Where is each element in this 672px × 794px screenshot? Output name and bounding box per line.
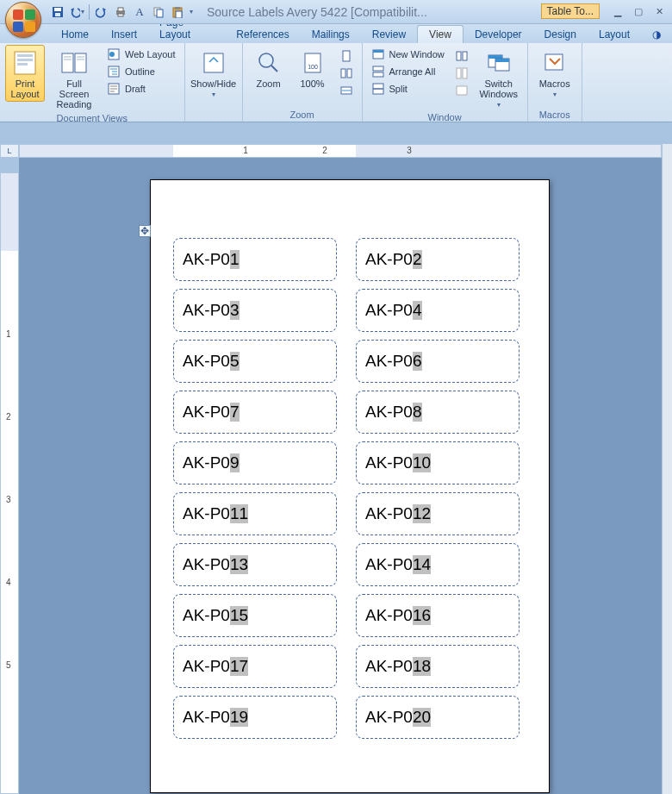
group-zoom: Zoom 100 100% Zoom — [243, 43, 363, 122]
save-icon[interactable] — [50, 4, 65, 20]
tab-insert[interactable]: Insert — [100, 26, 148, 43]
label-cell[interactable]: AK-P06 — [356, 340, 520, 383]
svg-rect-53 — [488, 55, 502, 59]
label-cell[interactable]: AK-P020 — [356, 696, 520, 739]
undo-icon[interactable]: ▾ — [69, 4, 84, 20]
contextual-tab-table-tools[interactable]: Table To... — [541, 3, 600, 19]
new-window-button[interactable]: New Window — [368, 47, 448, 62]
zoom-100-icon: 100 — [299, 49, 327, 77]
document-area[interactable]: ✥ AK-P01AK-P03AK-P05AK-P07AK-P09AK-P011A… — [19, 158, 662, 794]
side-by-side-icon — [455, 49, 469, 63]
svg-rect-42 — [373, 50, 383, 53]
label-cell[interactable]: AK-P011 — [173, 492, 337, 535]
label-cell[interactable]: AK-P03 — [173, 289, 337, 332]
label-cell[interactable]: AK-P07 — [173, 391, 337, 434]
ribbon-tabs: Home Insert Page Layout References Maili… — [0, 24, 672, 43]
tab-layout[interactable]: Layout — [588, 26, 641, 43]
macros-icon — [541, 49, 569, 77]
print-layout-button[interactable]: Print Layout — [5, 45, 45, 102]
arrange-all-button[interactable]: Arrange All — [368, 64, 448, 79]
vertical-ruler[interactable]: 1 2 3 4 5 — [0, 172, 19, 794]
svg-rect-44 — [373, 72, 383, 77]
view-side-by-side-button[interactable] — [451, 48, 472, 64]
horizontal-ruler[interactable]: 1 2 3 — [19, 144, 662, 158]
label-cell[interactable]: AK-P019 — [173, 696, 337, 739]
page[interactable]: ✥ AK-P01AK-P03AK-P05AK-P07AK-P09AK-P011A… — [150, 179, 550, 793]
two-pages-icon — [339, 66, 353, 80]
ruler-corner[interactable]: L — [0, 144, 19, 158]
show-hide-label: Show/Hide — [190, 78, 236, 89]
draft-button[interactable]: Draft — [103, 81, 179, 97]
label-cell[interactable]: AK-P010 — [356, 441, 520, 485]
svg-rect-31 — [204, 53, 223, 72]
label-cell[interactable]: AK-P05 — [173, 340, 337, 383]
label-cell[interactable]: AK-P04 — [356, 289, 520, 332]
web-layout-button[interactable]: Web Layout — [103, 47, 179, 62]
zoom-button[interactable]: Zoom — [248, 45, 289, 91]
label-cell[interactable]: AK-P08 — [356, 391, 520, 434]
redo-icon[interactable] — [94, 4, 109, 20]
table-move-handle-icon[interactable]: ✥ — [139, 225, 151, 237]
svg-rect-55 — [495, 59, 509, 62]
web-layout-icon — [107, 47, 121, 61]
label-cell[interactable]: AK-P014 — [356, 543, 520, 586]
label-cell[interactable]: AK-P017 — [173, 645, 337, 688]
svg-rect-7 — [157, 9, 163, 17]
two-pages-button[interactable] — [336, 66, 357, 81]
tab-mailings[interactable]: Mailings — [301, 26, 361, 43]
tab-home[interactable]: Home — [50, 26, 100, 43]
label-cell[interactable]: AK-P013 — [173, 543, 337, 586]
svg-rect-43 — [373, 66, 383, 71]
minimize-icon[interactable]: ▁ — [608, 3, 627, 19]
label-cell[interactable]: AK-P09 — [173, 441, 337, 485]
svg-rect-1 — [54, 8, 61, 11]
quickprint-icon[interactable] — [113, 4, 128, 20]
font-icon[interactable]: A — [132, 4, 147, 20]
reset-window-button[interactable] — [451, 83, 472, 98]
switch-windows-button[interactable]: Switch Windows ▾ — [476, 45, 522, 111]
svg-rect-12 — [17, 54, 33, 57]
restore-icon[interactable]: ▢ — [629, 3, 648, 19]
svg-point-22 — [109, 52, 115, 57]
outline-button[interactable]: Outline — [103, 64, 179, 79]
svg-text:100: 100 — [308, 64, 318, 70]
tab-design[interactable]: Design — [533, 26, 588, 43]
svg-rect-51 — [457, 86, 467, 95]
svg-rect-4 — [118, 8, 123, 11]
svg-rect-15 — [62, 53, 73, 72]
svg-rect-10 — [176, 11, 182, 18]
tab-developer[interactable]: Developer — [464, 26, 533, 43]
help-icon[interactable]: ◑ — [641, 26, 672, 43]
paste-icon[interactable] — [170, 4, 185, 20]
office-button[interactable] — [5, 2, 41, 38]
tab-review[interactable]: Review — [361, 26, 417, 43]
one-page-button[interactable] — [336, 48, 357, 64]
label-cell[interactable]: AK-P018 — [356, 645, 520, 688]
tab-view[interactable]: View — [417, 25, 464, 43]
full-screen-reading-button[interactable]: Full Screen Reading — [48, 45, 100, 112]
label-cell[interactable]: AK-P012 — [356, 492, 520, 535]
label-cell[interactable]: AK-P01 — [173, 238, 337, 281]
label-cell[interactable]: AK-P016 — [356, 594, 520, 637]
label-cell[interactable]: AK-P02 — [356, 238, 520, 281]
macros-button[interactable]: Macros ▾ — [533, 45, 576, 101]
vertical-scrollbar[interactable] — [662, 144, 672, 794]
chevron-down-icon: ▾ — [497, 101, 501, 109]
qat-customize-icon[interactable]: ▾ — [190, 8, 193, 16]
zoom-100-button[interactable]: 100 100% — [293, 45, 333, 91]
tab-references[interactable]: References — [225, 26, 300, 43]
arrange-all-icon — [371, 65, 385, 78]
close-icon[interactable]: ✕ — [650, 3, 669, 19]
print-layout-label: Print Layout — [10, 78, 39, 99]
split-button[interactable]: Split — [368, 81, 448, 97]
show-hide-button[interactable]: Show/Hide ▾ — [190, 45, 237, 101]
label-cell[interactable]: AK-P015 — [173, 594, 337, 637]
page-width-button[interactable] — [336, 83, 357, 98]
svg-rect-50 — [463, 68, 467, 78]
reset-window-icon — [455, 84, 469, 97]
svg-rect-47 — [457, 52, 461, 60]
group-label-macros: Macros — [533, 109, 576, 122]
svg-rect-2 — [55, 13, 60, 16]
sync-scroll-button[interactable] — [451, 66, 472, 81]
copy-icon[interactable] — [151, 4, 166, 20]
